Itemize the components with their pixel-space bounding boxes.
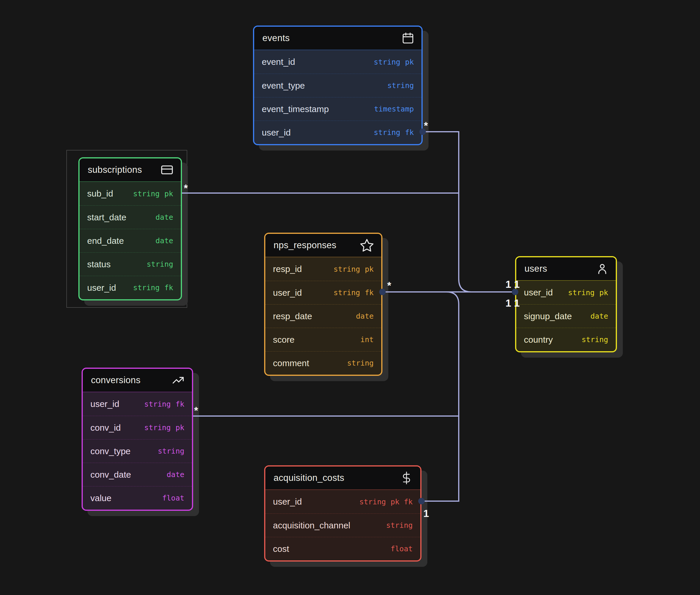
field-type: date [156,236,173,245]
cardinality-label-subscriptions-many: * [184,183,188,193]
field-type-value: string [144,423,171,432]
field-type-value: string [386,521,413,530]
field-row-conv_id[interactable]: conv_idstringpk [83,416,192,439]
table-header[interactable]: conversions [83,369,192,392]
field-row-user_id[interactable]: user_idstringpk fk [265,490,420,513]
table-title: users [525,263,547,274]
field-type-value: string [147,260,173,268]
field-row-resp_date[interactable]: resp_datedate [265,304,381,328]
field-row-value[interactable]: valuefloat [83,486,192,510]
field-name: sub_id [87,189,113,199]
field-type-value: string [334,265,360,274]
connector-events-users[interactable] [423,132,471,292]
field-type-value: float [391,544,413,553]
field-type-value: string [133,283,160,292]
field-type-value: date [156,213,173,222]
cardinality-label-nps-many: * [387,280,391,290]
field-type: string [387,81,414,90]
field-name: status [87,259,111,269]
field-name: user_id [524,287,553,298]
cardinality-label-users-one-3: 1 [505,298,511,308]
field-type-value: string [582,335,608,344]
field-type-value: string [374,58,400,66]
field-name: resp_date [273,311,312,321]
table-fields: user_idstringfkconv_idstringpkconv_types… [83,392,192,510]
table-acquisition_costs[interactable]: acquisition_costsuser_idstringpk fkacqui… [264,465,421,562]
field-name: user_id [273,288,302,298]
field-row-comment[interactable]: commentstring [265,351,381,375]
field-row-user_id[interactable]: user_idstringfk [265,281,381,304]
table-nps_responses[interactable]: nps_responsesresp_idstringpkuser_idstrin… [264,233,383,376]
table-title: subscriptions [88,165,142,175]
table-conversions[interactable]: conversionsuser_idstringfkconv_idstringp… [82,368,193,511]
field-row-event_id[interactable]: event_idstringpk [254,50,421,74]
field-row-start_date[interactable]: start_datedate [80,205,181,229]
table-subscriptions[interactable]: subscriptionssub_idstringpkstart_datedat… [78,157,182,301]
field-key-badge: fk [365,288,374,297]
field-name: conv_date [90,470,131,480]
field-row-user_id[interactable]: user_idstringpk [516,281,616,304]
field-type: timestamp [374,105,414,113]
field-name: end_date [87,236,124,246]
field-type: date [167,470,184,479]
field-row-score[interactable]: scoreint [265,328,381,351]
field-row-resp_id[interactable]: resp_idstringpk [265,257,381,281]
field-type-value: string [158,447,184,455]
field-type-value: string [334,288,360,297]
field-type-value: date [167,470,184,479]
field-row-acquisition_channel[interactable]: acquisition_channelstring [265,513,420,537]
table-header[interactable]: acquisition_costs [265,466,420,489]
star-icon [360,238,374,253]
field-key-badge: pk [175,423,184,432]
field-name: user_id [273,497,302,507]
trending-up-icon [171,373,185,387]
field-name: event_id [262,57,295,67]
field-name: user_id [87,283,116,293]
field-type: stringpk [568,288,608,297]
field-type: stringpk [133,190,173,198]
field-type-value: date [156,236,173,245]
table-fields: resp_idstringpkuser_idstringfkresp_dated… [265,257,381,375]
field-type-value: int [360,335,374,344]
field-type: date [356,312,374,320]
field-row-status[interactable]: statusstring [80,252,181,276]
field-type: string [386,521,413,530]
field-row-conv_type[interactable]: conv_typestring [83,439,192,463]
field-name: country [524,335,553,345]
table-header[interactable]: nps_responses [265,234,381,257]
field-type: date [590,312,608,320]
field-type-value: string [374,128,400,137]
field-type-value: float [162,494,184,502]
credit-card-icon [160,163,174,177]
cardinality-label-conversions-many: * [194,405,198,416]
field-row-sub_id[interactable]: sub_idstringpk [80,182,181,205]
field-row-user_id[interactable]: user_idstringfk [254,120,421,144]
field-row-signup_date[interactable]: signup_datedate [516,304,616,328]
field-key-badge: pk [405,58,414,66]
field-row-event_type[interactable]: event_typestring [254,74,421,97]
field-row-user_id[interactable]: user_idstringfk [80,276,181,299]
field-name: resp_id [273,264,302,274]
field-key-badge: pk [164,190,173,198]
table-header[interactable]: events [254,27,421,50]
field-row-event_timestamp[interactable]: event_timestamptimestamp [254,97,421,120]
field-row-cost[interactable]: costfloat [265,537,420,560]
table-header[interactable]: users [516,257,616,280]
field-key-badge: pk fk [391,498,413,506]
field-row-end_date[interactable]: end_datedate [80,229,181,252]
field-row-conv_date[interactable]: conv_datedate [83,463,192,486]
diagram-canvas[interactable]: eventsevent_idstringpkevent_typestringev… [0,0,700,595]
field-type: string [347,359,374,367]
table-events[interactable]: eventsevent_idstringpkevent_typestringev… [253,26,423,145]
table-header[interactable]: subscriptions [80,159,181,181]
field-name: acquisition_channel [273,520,351,531]
field-row-country[interactable]: countrystring [516,328,616,351]
table-users[interactable]: usersuser_idstringpksignup_datedatecount… [515,256,617,352]
connector-acquisition-users[interactable] [421,292,459,501]
field-row-user_id[interactable]: user_idstringfk [83,392,192,416]
field-name: signup_date [524,311,572,321]
field-type: string [147,260,173,268]
field-name: event_timestamp [262,104,329,114]
field-type-value: string [347,359,374,367]
field-name: conv_id [90,423,121,433]
